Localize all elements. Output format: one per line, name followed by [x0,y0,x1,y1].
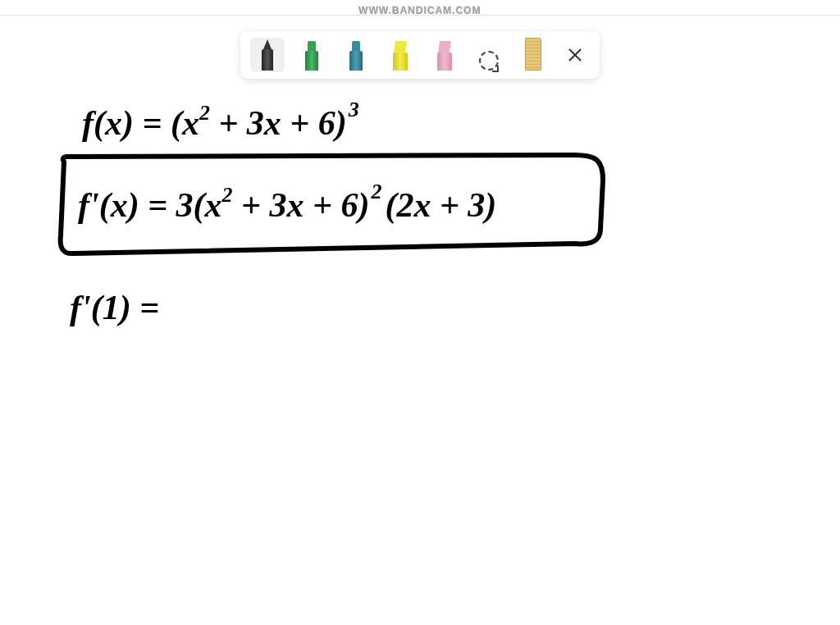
highlighter-pink-tool[interactable] [427,38,462,72]
close-toolbar-button[interactable] [567,47,583,63]
equation-line-2: f'(x) = 3(x2 + 3x + 6)2(2x + 3) [78,180,496,225]
drawing-toolbar [240,31,600,79]
highlighter-yellow-icon [393,39,408,71]
whiteboard-canvas[interactable]: f(x) = (x2 + 3x + 6)3 f'(x) = 3(x2 + 3x … [0,16,840,625]
marker-green-tool[interactable] [294,38,329,72]
equation-line-3: f'(1) = [70,289,159,327]
highlighter-yellow-tool[interactable] [383,38,418,72]
marker-teal-tool[interactable] [339,38,373,72]
highlighter-pink-icon [437,39,452,71]
handwriting-layer: f(x) = (x2 + 3x + 6)3 f'(x) = 3(x2 + 3x … [0,16,840,625]
lasso-icon [479,51,499,71]
equation-line-1: f(x) = (x2 + 3x + 6)3 [82,98,359,143]
marker-teal-icon [349,39,363,71]
lasso-select-tool[interactable] [472,38,506,72]
ruler-icon [525,38,541,71]
marker-green-icon [305,39,318,71]
pen-black-tool[interactable] [250,38,285,72]
pen-black-icon [262,39,273,71]
ruler-tool[interactable] [516,38,550,72]
